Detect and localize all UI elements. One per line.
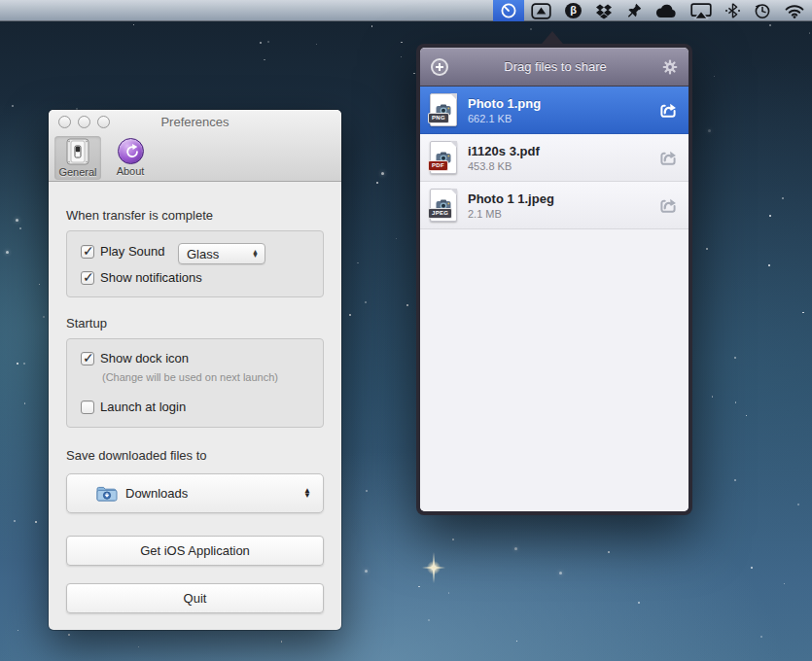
file-row[interactable]: PDF i1120s 3.pdf 453.8 KB: [420, 134, 688, 182]
file-type-badge: JPEG: [428, 208, 452, 219]
pushpin-icon[interactable]: [619, 0, 649, 21]
title-bar[interactable]: Preferences: [49, 110, 341, 135]
share-button share-icon[interactable]: [657, 194, 679, 216]
show-dock-row: Show dock icon: [81, 351, 189, 365]
show-dock-checkbox[interactable]: [81, 352, 94, 365]
file-row[interactable]: PNG Photo 1.png 662.1 KB: [420, 87, 688, 134]
transfer-heading: When transfer is complete: [66, 208, 213, 223]
traffic-lights: [58, 116, 110, 128]
popover-title: Drag files to share: [448, 59, 662, 74]
beta-symbol: β: [565, 3, 582, 18]
beta-icon[interactable]: β: [558, 0, 588, 21]
eject-icon[interactable]: [524, 0, 558, 21]
transfer-groupbox: Play Sound Glass Show notifications: [66, 230, 324, 297]
file-type-icon: JPEG: [430, 189, 457, 222]
minimize-button[interactable]: [78, 116, 90, 128]
cloud-icon[interactable]: [649, 0, 684, 21]
bluetooth-icon[interactable]: [719, 0, 747, 21]
play-sound-checkbox[interactable]: [81, 245, 94, 259]
file-name: i1120s 3.pdf: [468, 144, 650, 158]
drop-zone[interactable]: [420, 229, 688, 511]
quit-button[interactable]: Quit: [66, 583, 324, 613]
dock-note: (Change will be used on next launch): [102, 371, 278, 383]
launch-login-label: Launch at login: [100, 400, 186, 414]
popover-arrow: [542, 31, 563, 44]
preferences-toolbar: General About: [54, 136, 154, 180]
file-row[interactable]: JPEG Photo 1 1.jpeg 2.1 MB: [420, 182, 688, 229]
sound-select-value: Glass: [187, 247, 219, 261]
preferences-window: Preferences General About: [49, 110, 341, 630]
app-orb-icon: [118, 138, 144, 164]
menu-bar: β: [0, 0, 812, 21]
file-list: PNG Photo 1.png 662.1 KB PDF i1120s 3.pd: [420, 87, 688, 229]
add-file-button plus-icon[interactable]: [431, 58, 448, 76]
share-button share-icon[interactable]: [657, 147, 679, 168]
app-icon[interactable]: [493, 0, 524, 21]
file-name: Photo 1.png: [468, 96, 650, 111]
show-dock-label: Show dock icon: [100, 351, 189, 365]
file-name: Photo 1 1.jpeg: [468, 191, 650, 206]
play-sound-row: Play Sound: [81, 244, 165, 259]
file-type-badge: PDF: [428, 160, 448, 171]
airplay-icon[interactable]: [684, 0, 719, 21]
show-notifications-checkbox[interactable]: [81, 271, 94, 285]
file-type-badge: PNG: [428, 113, 449, 123]
toolbar-item-general[interactable]: General: [54, 136, 101, 180]
share-button share-icon[interactable]: [657, 99, 679, 121]
sound-select[interactable]: Glass: [178, 243, 265, 264]
switch-icon: [66, 138, 89, 165]
file-type-icon: PDF: [430, 141, 457, 174]
toolbar-item-about[interactable]: About: [107, 136, 154, 180]
startup-heading: Startup: [66, 316, 107, 330]
dropbox-icon[interactable]: [588, 0, 619, 21]
save-heading: Save downloaded files to: [66, 448, 207, 463]
startup-groupbox: Show dock icon (Change will be used on n…: [66, 338, 324, 428]
status-icon-area: β: [493, 0, 811, 21]
download-folder-value: Downloads: [125, 486, 188, 501]
window-chrome: Preferences General About: [49, 110, 341, 182]
launch-login-checkbox[interactable]: [81, 400, 94, 414]
launch-login-row: Launch at login: [81, 400, 186, 414]
popover-header: Drag files to share: [420, 48, 688, 87]
select-arrows-icon: [252, 250, 259, 258]
time-machine-icon[interactable]: [747, 0, 778, 21]
share-popover: Drag files to share PNG Photo 1.png 662.…: [416, 44, 692, 515]
popup-arrows-icon: [303, 489, 311, 498]
wifi-icon[interactable]: [778, 0, 811, 21]
settings-button gear-icon[interactable]: [662, 59, 678, 75]
file-size: 662.1 KB: [468, 113, 650, 124]
download-folder-popup[interactable]: Downloads: [66, 473, 324, 513]
zoom-button[interactable]: [97, 116, 110, 128]
downloads-folder-icon: [96, 485, 118, 502]
close-button[interactable]: [58, 116, 71, 128]
file-type-icon: PNG: [430, 93, 457, 126]
file-size: 2.1 MB: [468, 208, 650, 220]
toolbar-label-about: About: [117, 165, 145, 177]
show-notifications-label: Show notifications: [100, 270, 202, 285]
play-sound-label: Play Sound: [100, 244, 165, 259]
get-ios-button[interactable]: Get iOS Application: [66, 536, 324, 566]
bright-star: [427, 561, 441, 574]
file-size: 453.8 KB: [468, 160, 650, 172]
show-notifications-row: Show notifications: [81, 270, 202, 285]
toolbar-label-general: General: [58, 166, 96, 178]
